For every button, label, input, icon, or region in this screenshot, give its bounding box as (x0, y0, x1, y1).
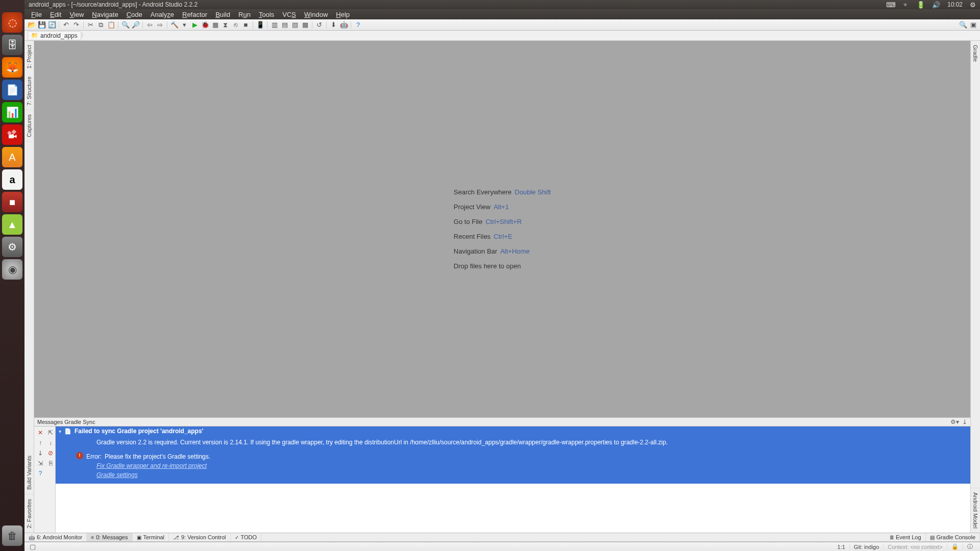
forward-icon[interactable]: ⇨ (155, 20, 165, 30)
copy-icon[interactable]: ⧉ (96, 20, 106, 30)
menu-refactor[interactable]: Refactor (179, 10, 211, 19)
status-git-branch[interactable]: Git: indigo (849, 544, 884, 550)
tool-window-quick-access-icon[interactable]: ▢ (28, 542, 37, 552)
editor-empty-state[interactable]: Search EverywhereDouble Shift Project Vi… (34, 41, 970, 417)
menu-vcs[interactable]: VCS (279, 10, 300, 19)
help-icon[interactable]: ? (36, 469, 44, 478)
launcher-dash-icon[interactable]: ◌ (2, 12, 22, 33)
replace-icon[interactable]: 🔎 (131, 20, 140, 30)
error-filter-icon[interactable]: ⊘ (46, 449, 55, 457)
collapse-tree-icon[interactable]: ▾ (59, 429, 61, 434)
theme-icon[interactable]: ▤ (280, 20, 289, 30)
tab-gradle-console[interactable]: ▤Gradle Console (926, 533, 980, 541)
next-icon[interactable]: ↓ (46, 439, 55, 447)
layout-icon[interactable]: ▥ (270, 20, 279, 30)
launcher-settings-icon[interactable]: ⚙ (2, 237, 22, 257)
expand-all-icon[interactable]: ⇱ (46, 429, 55, 437)
export-icon[interactable]: ⇲ (36, 459, 44, 467)
tool-tab-captures[interactable]: Captures (24, 110, 34, 142)
link-gradle-settings[interactable]: Gradle settings (96, 470, 967, 480)
launcher-android-studio-icon[interactable]: ▲ (2, 214, 22, 235)
link-fix-gradle-wrapper[interactable]: Fix Gradle wrapper and re-import project (96, 461, 967, 470)
profile-icon[interactable]: ⧗ (220, 20, 230, 30)
status-context[interactable]: Context: <no context> (883, 544, 947, 550)
back-icon[interactable]: ⇦ (145, 20, 155, 30)
tab-event-log[interactable]: ≣Event Log (886, 533, 926, 541)
session-cog-icon[interactable]: ⚙ (970, 1, 976, 9)
find-icon[interactable]: 🔍 (120, 20, 130, 30)
hide-panel-icon[interactable]: ⤓ (962, 418, 967, 425)
avd-icon[interactable]: 📱 (255, 20, 265, 30)
autoscroll-icon[interactable]: ⎘ (46, 459, 55, 467)
launcher-files-icon[interactable]: 🗄 (2, 35, 22, 55)
sync-icon[interactable]: 🔄 (47, 20, 57, 30)
volume-indicator-icon[interactable]: 🔊 (932, 1, 940, 9)
message-root-row[interactable]: ▾ 📄 Failed to sync Gradle project 'andro… (56, 427, 970, 436)
tab-todo[interactable]: ✓TODO (231, 533, 262, 541)
prev-icon[interactable]: ↑ (36, 439, 44, 447)
gear-icon[interactable]: ⚙▾ (950, 418, 959, 425)
redo-icon[interactable]: ↷ (71, 20, 81, 30)
collapse-all-icon[interactable]: ⤓ (36, 449, 44, 457)
paste-icon[interactable]: 📋 (106, 20, 116, 30)
keyboard-indicator-icon[interactable]: ⌨ (886, 1, 896, 9)
launcher-calc-icon[interactable]: 📊 (2, 102, 22, 122)
launcher-writer-icon[interactable]: 📄 (2, 80, 22, 100)
undo-icon[interactable]: ↶ (61, 20, 71, 30)
status-lock-icon[interactable]: 🔒 (947, 543, 963, 550)
menu-view[interactable]: View (66, 10, 87, 19)
tool-tab-structure[interactable]: 7: Structure (24, 72, 34, 110)
tool-tab-android-model[interactable]: Android Model (971, 488, 980, 533)
message-body[interactable]: Gradle version 2.2 is required. Current … (56, 436, 970, 484)
launcher-firefox-icon[interactable]: 🦊 (2, 57, 22, 78)
tab-android-monitor[interactable]: 🤖6: Android Monitor (24, 533, 87, 541)
tool-tab-build-variants[interactable]: Build Variants (24, 452, 34, 494)
menu-run[interactable]: Run (235, 10, 254, 19)
make-icon[interactable]: 🔨 (169, 20, 179, 30)
battery-indicator-icon[interactable]: 🔋 (917, 1, 925, 9)
launcher-software-center-icon[interactable]: A (2, 147, 22, 167)
android-icon[interactable]: 🤖 (339, 20, 349, 30)
launcher-recorder-icon[interactable]: ■ (2, 192, 22, 212)
run-config-dropdown[interactable]: ▾ (180, 20, 189, 30)
open-icon[interactable]: 📂 (27, 20, 36, 30)
menu-analyze[interactable]: Analyze (147, 10, 178, 19)
menu-build[interactable]: Build (212, 10, 234, 19)
stop-icon[interactable]: ■ (241, 20, 251, 30)
save-icon[interactable]: 💾 (37, 20, 46, 30)
attach-icon[interactable]: ⎋ (231, 20, 240, 30)
resource-icon[interactable]: ▧ (290, 20, 300, 30)
sdk-manager-icon[interactable]: ⬇ (329, 20, 338, 30)
launcher-disc-icon[interactable]: ◉ (2, 259, 22, 280)
status-caret-position[interactable]: 1:1 (834, 544, 849, 550)
monitor-icon[interactable]: ▩ (300, 20, 310, 30)
menu-navigate[interactable]: Navigate (88, 10, 121, 19)
menu-edit[interactable]: Edit (46, 10, 65, 19)
menu-tools[interactable]: Tools (255, 10, 278, 19)
menu-file[interactable]: File (28, 10, 45, 19)
tool-tab-favorites[interactable]: 2: Favorites (24, 495, 34, 533)
tab-terminal[interactable]: ▣Terminal (133, 533, 169, 541)
coverage-icon[interactable]: ▦ (210, 20, 220, 30)
run-icon[interactable]: ▶ (190, 20, 200, 30)
cut-icon[interactable]: ✂ (86, 20, 95, 30)
tab-version-control[interactable]: ⎇9: Version Control (169, 533, 230, 541)
wifi-indicator-icon[interactable]: ᯤ (903, 1, 910, 9)
vcs-undo-icon[interactable]: ↺ (314, 20, 324, 30)
help-icon[interactable]: ? (353, 20, 363, 30)
menu-help[interactable]: Help (332, 10, 353, 19)
tool-tab-gradle[interactable]: Gradle (971, 41, 980, 66)
menu-window[interactable]: Window (301, 10, 331, 19)
close-icon[interactable]: ✕ (36, 429, 44, 437)
clock[interactable]: 10:02 (947, 1, 963, 8)
tool-tab-project[interactable]: 1: Project (24, 41, 34, 72)
launcher-trash-icon[interactable]: 🗑 (2, 525, 22, 546)
breadcrumb-project[interactable]: 📁 android_apps (28, 31, 81, 40)
debug-icon[interactable]: 🐞 (200, 20, 210, 30)
search-everywhere-icon[interactable]: 🔍 (958, 20, 968, 30)
menu-code[interactable]: Code (123, 10, 146, 19)
tool-windows-icon[interactable]: ▣ (968, 20, 978, 30)
launcher-impress-icon[interactable]: 📽 (2, 124, 22, 145)
tab-messages[interactable]: ≡0: Messages (87, 533, 132, 541)
launcher-amazon-icon[interactable]: a (2, 169, 22, 190)
